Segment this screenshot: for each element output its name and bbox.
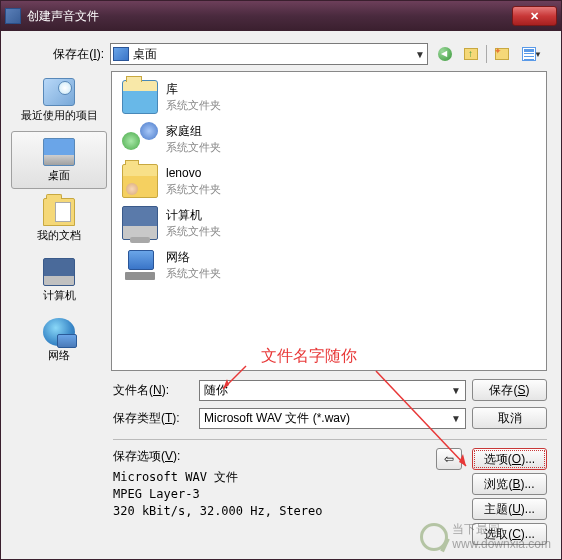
chevron-down-icon: ▼ bbox=[451, 385, 461, 396]
toolbar: ▼ bbox=[434, 43, 547, 65]
list-item[interactable]: 家庭组系统文件夹 bbox=[120, 118, 538, 160]
back-arrow-button[interactable]: ⇦ bbox=[436, 448, 462, 470]
format-line2: MPEG Layer-3 bbox=[113, 486, 430, 503]
desktop-icon bbox=[113, 47, 129, 61]
chevron-down-icon: ▼ bbox=[451, 413, 461, 424]
place-documents[interactable]: 我的文档 bbox=[11, 191, 107, 249]
desktop-icon bbox=[43, 138, 75, 166]
dialog-body: 保存在(I): 桌面 ▼ ▼ 最近使用的项目 桌面 我的文档 计算机 网络 bbox=[1, 31, 561, 559]
filename-input[interactable]: 随你▼ bbox=[199, 380, 466, 401]
options-row: 保存选项(V): Microsoft WAV 文件 MPEG Layer-3 3… bbox=[113, 448, 547, 545]
user-folder-icon bbox=[122, 164, 158, 198]
new-folder-icon bbox=[495, 48, 509, 60]
place-desktop[interactable]: 桌面 bbox=[11, 131, 107, 189]
place-recent[interactable]: 最近使用的项目 bbox=[11, 71, 107, 129]
places-bar: 最近使用的项目 桌面 我的文档 计算机 网络 bbox=[11, 71, 107, 371]
format-line1: Microsoft WAV 文件 bbox=[113, 469, 430, 486]
save-in-label: 保存在(I): bbox=[19, 46, 104, 63]
list-item[interactable]: 库系统文件夹 bbox=[120, 76, 538, 118]
file-list[interactable]: 库系统文件夹 家庭组系统文件夹 lenovo系统文件夹 计算机系统文件夹 网络系… bbox=[111, 71, 547, 371]
recent-icon bbox=[43, 78, 75, 106]
place-computer[interactable]: 计算机 bbox=[11, 251, 107, 309]
save-options-label: 保存选项(V): bbox=[113, 448, 430, 465]
list-item[interactable]: 计算机系统文件夹 bbox=[120, 202, 538, 244]
chevron-down-icon: ▼ bbox=[415, 49, 425, 60]
views-button[interactable]: ▼ bbox=[517, 43, 547, 65]
new-folder-button[interactable] bbox=[491, 43, 513, 65]
options-button[interactable]: 选项(O)... bbox=[472, 448, 547, 470]
titlebar: 创建声音文件 ✕ bbox=[1, 1, 561, 31]
browse-button[interactable]: 浏览(B)... bbox=[472, 473, 547, 495]
homegroup-icon bbox=[122, 122, 158, 156]
save-in-value: 桌面 bbox=[133, 46, 157, 63]
computer-icon bbox=[43, 258, 75, 286]
back-icon bbox=[438, 47, 452, 61]
views-icon bbox=[522, 47, 536, 61]
place-network[interactable]: 网络 bbox=[11, 311, 107, 369]
filetype-row: 保存类型(T): Microsoft WAV 文件 (*.wav)▼ 取消 bbox=[113, 407, 547, 429]
window-title: 创建声音文件 bbox=[27, 8, 512, 25]
cancel-button[interactable]: 取消 bbox=[472, 407, 547, 429]
list-item[interactable]: lenovo系统文件夹 bbox=[120, 160, 538, 202]
documents-icon bbox=[43, 198, 75, 226]
format-line3: 320 kBit/s, 32.000 Hz, Stereo bbox=[113, 503, 430, 520]
filename-row: 文件名(N): 随你▼ 保存(S) bbox=[113, 379, 547, 401]
save-options-info: 保存选项(V): Microsoft WAV 文件 MPEG Layer-3 3… bbox=[113, 448, 430, 519]
theme-button[interactable]: 主题(U)... bbox=[472, 498, 547, 520]
save-button[interactable]: 保存(S) bbox=[472, 379, 547, 401]
back-button[interactable] bbox=[434, 43, 456, 65]
folder-up-icon bbox=[464, 48, 478, 60]
options-buttons: 选项(O)... 浏览(B)... 主题(U)... 选取(C)... bbox=[472, 448, 547, 545]
divider bbox=[113, 439, 547, 440]
library-icon bbox=[122, 80, 158, 114]
filename-label: 文件名(N): bbox=[113, 382, 193, 399]
separator bbox=[486, 45, 487, 63]
save-dialog: 创建声音文件 ✕ 保存在(I): 桌面 ▼ ▼ 最近使用的项目 桌面 我的文 bbox=[0, 0, 562, 560]
close-button[interactable]: ✕ bbox=[512, 6, 557, 26]
app-icon bbox=[5, 8, 21, 24]
filetype-combo[interactable]: Microsoft WAV 文件 (*.wav)▼ bbox=[199, 408, 466, 429]
filetype-label: 保存类型(T): bbox=[113, 410, 193, 427]
network-icon bbox=[43, 318, 75, 346]
save-in-combo[interactable]: 桌面 ▼ bbox=[110, 43, 428, 65]
list-item[interactable]: 网络系统文件夹 bbox=[120, 244, 538, 286]
up-button[interactable] bbox=[460, 43, 482, 65]
network-icon bbox=[122, 248, 158, 282]
arrow-left-icon: ⇦ bbox=[444, 452, 454, 466]
computer-icon bbox=[122, 206, 158, 240]
select-button[interactable]: 选取(C)... bbox=[472, 523, 547, 545]
save-in-row: 保存在(I): 桌面 ▼ ▼ bbox=[19, 43, 547, 65]
main-row: 最近使用的项目 桌面 我的文档 计算机 网络 库系统文件夹 家庭组系统文件夹 l… bbox=[11, 71, 547, 371]
bottom-panel: 文件名(N): 随你▼ 保存(S) 保存类型(T): Microsoft WAV… bbox=[11, 379, 547, 545]
